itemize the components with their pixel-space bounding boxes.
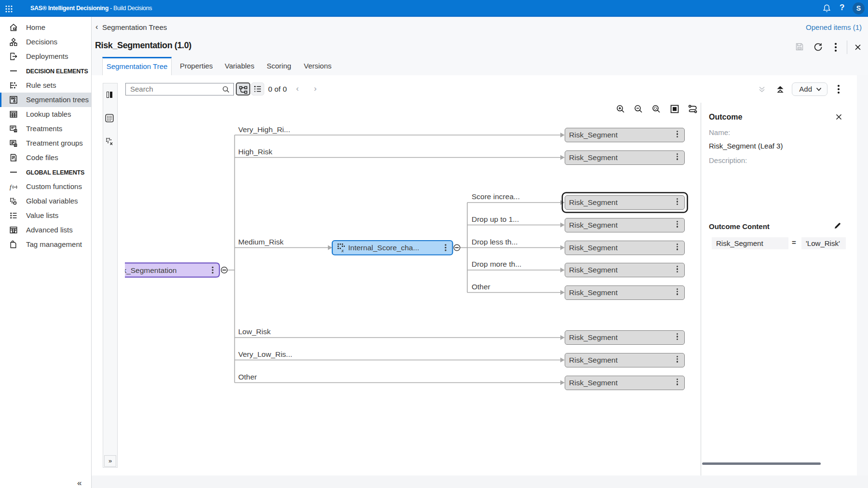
svg-text:Drop more th...: Drop more th... <box>472 260 521 268</box>
svg-text:High_Risk: High_Risk <box>238 148 272 156</box>
svg-text:x: x <box>341 247 344 253</box>
svg-text:f: f <box>10 183 13 190</box>
svg-text:Internal_Score_cha...: Internal_Score_cha... <box>348 244 419 252</box>
svg-text:Medium_Risk: Medium_Risk <box>238 238 284 246</box>
svg-text:Score increa...: Score increa... <box>472 192 520 201</box>
svg-text:Other: Other <box>472 283 490 291</box>
svg-text:Very_Low_Ris...: Very_Low_Ris... <box>238 350 292 358</box>
svg-text:Very_High_Ri...: Very_High_Ri... <box>238 125 290 134</box>
svg-text:Low_Risk: Low_Risk <box>238 327 271 336</box>
svg-text:Other: Other <box>238 373 257 381</box>
svg-text:Drop less th...: Drop less th... <box>472 238 518 246</box>
svg-text:Risk_Segmentation: Risk_Segmentation <box>118 266 176 274</box>
svg-text:Drop up to 1...: Drop up to 1... <box>472 215 519 223</box>
